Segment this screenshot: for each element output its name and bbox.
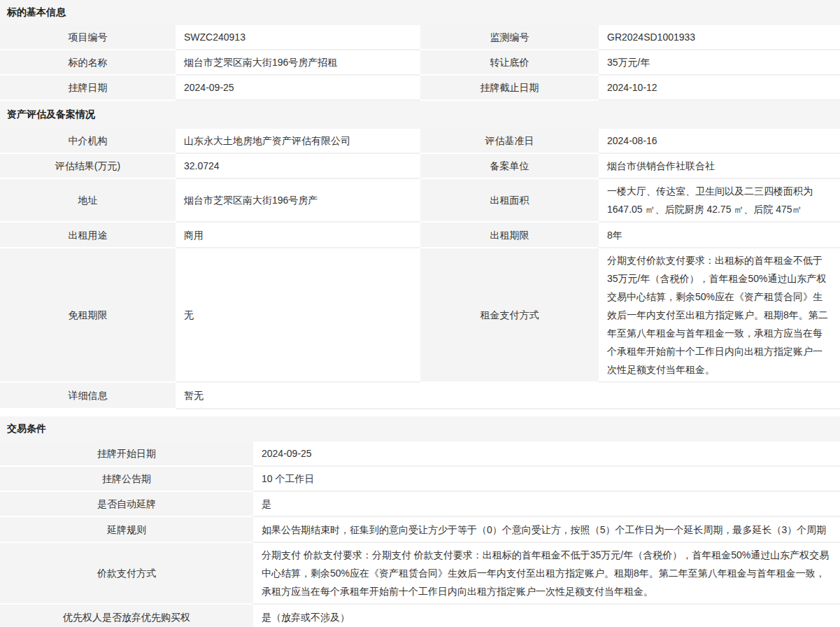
- base-price-label: 转让底价: [420, 50, 599, 76]
- rental-use-label: 出租用途: [0, 223, 176, 248]
- rent-free-period-label: 免租期限: [0, 248, 176, 383]
- detail-info-value: 暂无: [176, 383, 840, 409]
- table-row: 项目编号 SWZC240913 监测编号 GR2024SD1001933: [0, 25, 840, 50]
- priority-right-waiver-label: 优先权人是否放弃优先购买权: [0, 605, 253, 627]
- table-row: 是否自动延牌 是: [0, 492, 840, 517]
- valuation-result-label: 评估结果(万元): [0, 154, 176, 179]
- table-row: 挂牌日期 2024-09-25 挂牌截止日期 2024-10-12: [0, 76, 840, 101]
- monitor-id-label: 监测编号: [420, 25, 599, 50]
- table-row: 挂牌公告期 10 个工作日: [0, 467, 840, 492]
- table-row: 中介机构 山东永大土地房地产资产评估有限公司 评估基准日 2024-08-16: [0, 129, 840, 154]
- monitor-id-value: GR2024SD1001933: [599, 25, 840, 50]
- rent-payment-method-label: 租金支付方式: [420, 248, 599, 383]
- auto-extension-value: 是: [253, 492, 840, 517]
- listing-date-label: 挂牌日期: [0, 76, 176, 101]
- project-id-label: 项目编号: [0, 25, 176, 50]
- valuation-base-date-label: 评估基准日: [420, 129, 599, 154]
- table-row: 地址 烟台市芝罘区南大街196号房产 出租面积 一楼大厅、传达室、卫生间以及二三…: [0, 179, 840, 223]
- table-row: 优先权人是否放弃优先购买权 是（放弃或不涉及）: [0, 605, 840, 627]
- subject-name-label: 标的名称: [0, 50, 176, 76]
- table-row: 价款支付方式 分期支付 价款支付要求：分期支付 价款支付要求：出租标的首年租金不…: [0, 543, 840, 605]
- extension-rule-label: 延牌规则: [0, 517, 253, 543]
- table-row: 延牌规则 如果公告期结束时，征集到的意向受让方少于等于（0）个意向受让方，按照（…: [0, 517, 840, 543]
- listing-end-date-label: 挂牌截止日期: [420, 76, 599, 101]
- section-divider: [0, 409, 840, 416]
- agency-value: 山东永大土地房地产资产评估有限公司: [176, 129, 420, 154]
- filing-unit-value: 烟台市供销合作社联合社: [599, 154, 840, 179]
- subject-name-value: 烟台市芝罘区南大街196号房产招租: [176, 50, 420, 76]
- rental-term-value: 8年: [599, 223, 840, 248]
- table-row: 挂牌开始日期 2024-09-25: [0, 442, 840, 467]
- section-trade-conditions-header: 交易条件: [0, 416, 840, 442]
- project-id-value: SWZC240913: [176, 25, 420, 50]
- auto-extension-label: 是否自动延牌: [0, 492, 253, 517]
- rental-area-label: 出租面积: [420, 179, 599, 223]
- address-label: 地址: [0, 179, 176, 223]
- section-title: 标的基本信息: [7, 6, 66, 19]
- listing-end-date-value: 2024-10-12: [599, 76, 840, 101]
- section-title: 资产评估及备案情况: [7, 108, 95, 121]
- section-valuation-header: 资产评估及备案情况: [0, 101, 840, 129]
- valuation-base-date-value: 2024-08-16: [599, 129, 840, 154]
- section-title: 交易条件: [7, 423, 46, 435]
- rental-use-value: 商用: [176, 223, 420, 248]
- listing-start-date-label: 挂牌开始日期: [0, 442, 253, 467]
- rental-term-label: 出租期限: [420, 223, 599, 248]
- table-row: 标的名称 烟台市芝罘区南大街196号房产招租 转让底价 35万元/年: [0, 50, 840, 76]
- announcement-period-label: 挂牌公告期: [0, 467, 253, 492]
- section-basic-info-header: 标的基本信息: [0, 0, 840, 25]
- base-price-value: 35万元/年: [599, 50, 840, 76]
- filing-unit-label: 备案单位: [420, 154, 599, 179]
- priority-right-waiver-value: 是（放弃或不涉及）: [253, 605, 840, 627]
- listing-start-date-value: 2024-09-25: [253, 442, 840, 467]
- extension-rule-value: 如果公告期结束时，征集到的意向受让方少于等于（0）个意向受让方，按照（5）个工作…: [253, 517, 840, 543]
- rental-area-value: 一楼大厅、传达室、卫生间以及二三四楼面积为1647.05 ㎡、后院厨房 42.7…: [599, 179, 840, 223]
- table-row: 评估结果(万元) 32.0724 备案单位 烟台市供销合作社联合社: [0, 154, 840, 179]
- agency-label: 中介机构: [0, 129, 176, 154]
- detail-info-label: 详细信息: [0, 383, 176, 409]
- address-value: 烟台市芝罘区南大街196号房产: [176, 179, 420, 223]
- table-row: 免租期限 无 租金支付方式 分期支付价款支付要求：出租标的首年租金不低于35万元…: [0, 248, 840, 383]
- table-row: 出租用途 商用 出租期限 8年: [0, 223, 840, 248]
- rent-free-period-value: 无: [176, 248, 420, 383]
- rent-payment-method-value: 分期支付价款支付要求：出租标的首年租金不低于35万元/年（含税价），首年租金50…: [599, 248, 840, 383]
- table-row: 详细信息 暂无: [0, 383, 840, 409]
- payment-method-value: 分期支付 价款支付要求：分期支付 价款支付要求：出租标的首年租金不低于35万元/…: [253, 543, 840, 605]
- listing-date-value: 2024-09-25: [176, 76, 420, 101]
- valuation-result-value: 32.0724: [176, 154, 420, 179]
- announcement-period-value: 10 个工作日: [253, 467, 840, 492]
- payment-method-label: 价款支付方式: [0, 543, 253, 605]
